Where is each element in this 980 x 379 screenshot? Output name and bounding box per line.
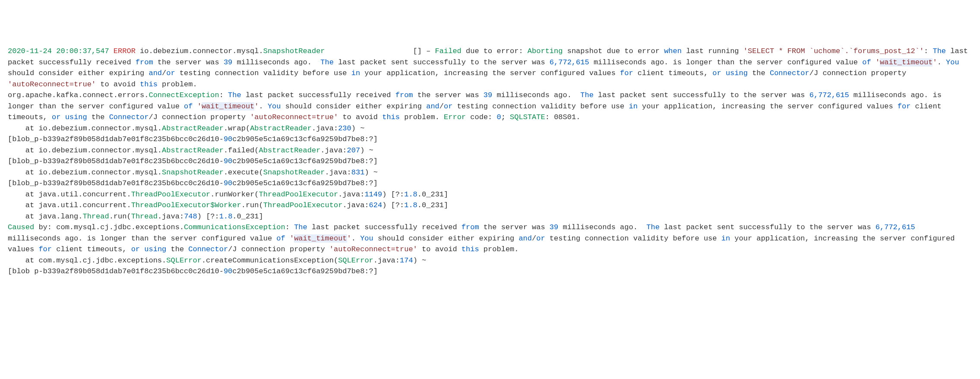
logger-package: io.debezium.connector.mysql. <box>140 47 263 55</box>
blob-ref: [blob_p-b339a2f89b058d1dab7e01f8c235b6bc… <box>8 135 224 143</box>
sql-query: 'SELECT * FROM `uchome`.`forums_post_12`… <box>743 47 924 55</box>
stack-frame: at <box>8 124 38 133</box>
log-output: 2020-11-24 20:00:37,547 ERROR io.debeziu… <box>8 46 972 277</box>
wait-timeout-highlight: wait_timeout <box>880 58 933 66</box>
timestamp: 2020-11-24 20:00:37,547 <box>8 47 109 55</box>
log-level: ERROR <box>114 47 136 55</box>
exception-class: ConnectException <box>149 91 219 99</box>
exception-package: org.apache.kafka.connect.errors. <box>8 91 149 99</box>
logger-class: SnapshotReader <box>263 47 325 55</box>
caused-by: Caused <box>8 223 34 231</box>
